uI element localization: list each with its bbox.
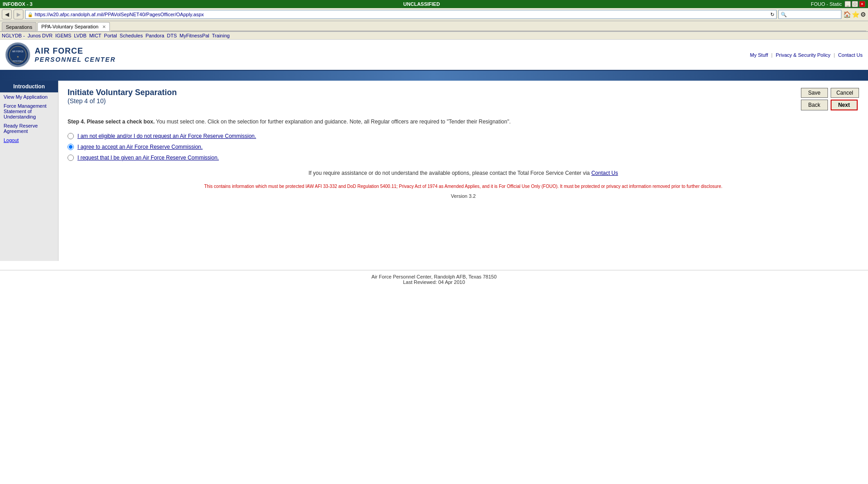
content-area: Initiate Voluntary Separation (Step 4 of…	[59, 81, 868, 261]
bookmark-mict[interactable]: MICT	[89, 33, 101, 38]
radio-opt3-link[interactable]: I request that I be given an Air Force R…	[77, 155, 219, 161]
close-button[interactable]: ✕	[859, 1, 865, 7]
gear-icon[interactable]: ⚙	[860, 11, 866, 18]
form-header: Initiate Voluntary Separation (Step 4 of…	[68, 88, 859, 110]
agency-seal: AIR FORCE ★ PERSONNEL	[5, 42, 30, 67]
radio-opt1-link[interactable]: I am not eligible and/or I do not reques…	[77, 133, 256, 139]
sidebar-item-view-application[interactable]: View My Application	[0, 92, 58, 101]
ready-reserve-link[interactable]: Ready Reserve Agreement	[4, 123, 38, 134]
step-label: Step 4.	[68, 119, 85, 125]
radio-opt3[interactable]	[68, 155, 74, 161]
form-title-area: Initiate Voluntary Separation (Step 4 of…	[68, 88, 177, 105]
radio-item-3: I request that I be given an Air Force R…	[68, 155, 859, 161]
bookmark-dts[interactable]: DTS	[167, 33, 177, 38]
radio-item-1: I am not eligible and/or I do not reques…	[68, 133, 859, 139]
radio-item-2: I agree to accept an Air Force Reserve C…	[68, 144, 859, 150]
agency-name: AIR FORCE	[35, 46, 116, 56]
disclaimer-text: This contains information which must be …	[68, 183, 859, 190]
bookmark-pandora[interactable]: Pandora	[145, 33, 164, 38]
lock-icon: 🔒	[27, 12, 33, 17]
page-footer: Air Force Personnel Center, Randolph AFB…	[0, 270, 868, 288]
back-nav-button[interactable]: ◀	[2, 9, 12, 19]
step-bold: Please select a check box.	[87, 119, 155, 125]
tab-close-icon[interactable]: ✕	[102, 24, 106, 29]
blue-banner	[0, 71, 868, 81]
forward-nav-button[interactable]: ▶	[14, 9, 23, 19]
tab-ppa-label: PPA-Voluntary Separation	[41, 24, 99, 29]
header-links: My Stuff | Privacy & Security Policy | C…	[750, 52, 863, 58]
radio-opt2-label[interactable]: I agree to accept an Air Force Reserve C…	[77, 144, 203, 150]
browser-title-left: INFOBOX - 3	[3, 1, 32, 7]
my-stuff-link[interactable]: My Stuff	[750, 52, 768, 58]
bookmark-training[interactable]: Training	[212, 33, 230, 38]
svg-text:★: ★	[17, 55, 19, 58]
header-title: AIR FORCE PERSONNEL CENTER	[35, 46, 116, 63]
radio-opt3-label[interactable]: I request that I be given an Air Force R…	[77, 155, 219, 161]
maximize-button[interactable]: □	[852, 1, 858, 7]
header-sep2: |	[834, 52, 836, 58]
bookmark-myfitnesspal[interactable]: MyFitnessPal	[180, 33, 209, 38]
back-button[interactable]: Back	[801, 100, 828, 110]
bookmark-schedules[interactable]: Schedules	[120, 33, 143, 38]
address-bar-text: https://w20.afpc.randolph.af.mil/PPAVolS…	[35, 12, 769, 17]
step-text: You must select one. Click on the select…	[156, 119, 511, 125]
home-icon[interactable]: 🏠	[843, 11, 851, 18]
svg-text:AIR FORCE: AIR FORCE	[12, 50, 23, 53]
bookmark-igems[interactable]: IGEMS	[55, 33, 71, 38]
sidebar-item-force-mgmt[interactable]: Force Management Statement of Understand…	[0, 101, 58, 121]
next-button[interactable]: Next	[831, 100, 858, 110]
force-mgmt-link[interactable]: Force Management Statement of Understand…	[4, 103, 46, 119]
help-text-area: If you require assistance or do not unde…	[68, 170, 859, 176]
star-icon[interactable]: ⭐	[852, 11, 859, 18]
bookmark-junos[interactable]: Junos DVR	[27, 33, 53, 38]
agency-sub: PERSONNEL CENTER	[35, 56, 116, 63]
version-text: Version 3.2	[68, 193, 859, 199]
header-sep1: |	[771, 52, 774, 58]
form-title: Initiate Voluntary Separation	[68, 88, 177, 97]
browser-title-right: FOUO - Static	[811, 1, 842, 7]
contact-us-header-link[interactable]: Contact Us	[838, 52, 863, 58]
sidebar: Introduction View My Application Force M…	[0, 81, 59, 261]
bookmark-portal[interactable]: Portal	[104, 33, 117, 38]
bookmark-lvdb[interactable]: LVDB	[74, 33, 86, 38]
unclassified-label: UNCLASSIFIED	[403, 1, 440, 7]
footer-line1: Air Force Personnel Center, Randolph AFB…	[4, 274, 864, 279]
help-text-content: If you require assistance or do not unde…	[308, 170, 590, 176]
form-buttons: Save Cancel Back Next	[801, 88, 859, 110]
radio-opt2-link[interactable]: I agree to accept an Air Force Reserve C…	[77, 144, 203, 150]
sidebar-item-logout[interactable]: Logout	[0, 136, 58, 145]
radio-opt2[interactable]	[68, 144, 74, 150]
refresh-icon[interactable]: ↻	[770, 12, 774, 18]
bookmark-nglydb[interactable]: NGLYDB -	[2, 33, 25, 38]
radio-opt1-label[interactable]: I am not eligible and/or I do not reques…	[77, 133, 256, 139]
save-button[interactable]: Save	[801, 88, 828, 98]
contact-us-link[interactable]: Contact Us	[591, 170, 618, 176]
privacy-link[interactable]: Privacy & Security Policy	[776, 52, 831, 58]
radio-opt1[interactable]	[68, 133, 74, 139]
sidebar-item-ready-reserve[interactable]: Ready Reserve Agreement	[0, 121, 58, 136]
minimize-button[interactable]: _	[845, 1, 851, 7]
view-application-link[interactable]: View My Application	[4, 94, 48, 100]
radio-group: I am not eligible and/or I do not reques…	[68, 133, 859, 161]
tab-separations[interactable]: Separations	[2, 22, 36, 31]
cancel-button[interactable]: Cancel	[831, 88, 859, 98]
search-icon: 🔍	[781, 12, 787, 18]
footer-line2: Last Reviewed: 04 Apr 2010	[4, 279, 864, 285]
svg-text:PERSONNEL: PERSONNEL	[13, 60, 23, 62]
form-subtitle: (Step 4 of 10)	[68, 97, 177, 105]
sidebar-header: Introduction	[0, 81, 58, 92]
svg-point-0	[7, 44, 28, 65]
logout-link[interactable]: Logout	[4, 137, 19, 143]
tab-separations-label: Separations	[6, 24, 32, 30]
header-logo-area: AIR FORCE ★ PERSONNEL AIR FORCE PERSONNE…	[5, 42, 116, 67]
tab-ppa-voluntary[interactable]: PPA-Voluntary Separation ✕	[37, 22, 110, 31]
step-description: Step 4. Please select a check box. You m…	[68, 118, 859, 126]
